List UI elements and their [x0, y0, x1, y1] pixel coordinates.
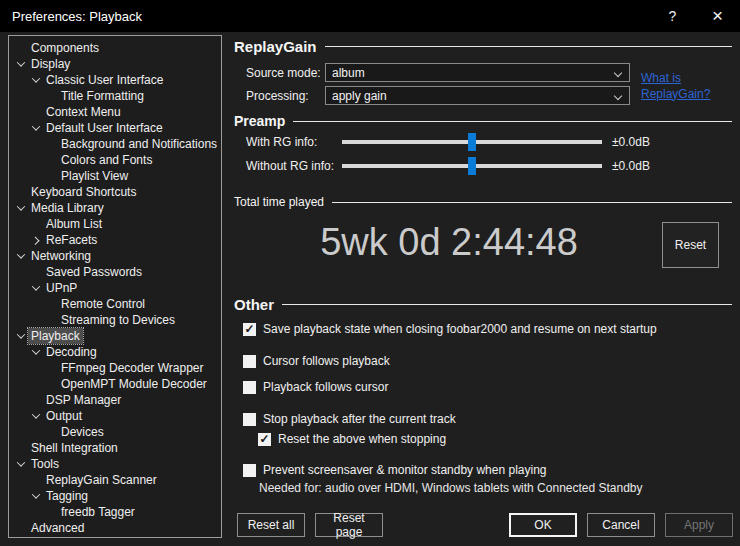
tree-item-playback[interactable]: Playback	[9, 328, 221, 344]
chevron-down-icon[interactable]	[28, 488, 43, 504]
tree-item-saved-passwords[interactable]: Saved Passwords	[9, 264, 221, 280]
preamp-group: Preamp With RG info: ±0.0dB Without RG i…	[234, 113, 732, 175]
slider-thumb[interactable]	[468, 133, 476, 151]
chevron-down-icon[interactable]	[28, 120, 43, 136]
tree-item-advanced[interactable]: Advanced	[9, 520, 221, 536]
chevron-placeholder	[28, 472, 43, 488]
chevron-down-icon[interactable]	[28, 280, 43, 296]
tree-item-label: OpenMPT Module Decoder	[58, 376, 210, 392]
tree-item-classic-user-interface[interactable]: Classic User Interface	[9, 72, 221, 88]
tree-item-replaygain-scanner[interactable]: ReplayGain Scanner	[9, 472, 221, 488]
chevron-placeholder	[43, 88, 58, 104]
chevron-down-icon	[614, 92, 622, 100]
tree-item-label: Album List	[43, 216, 105, 232]
help-button[interactable]: ?	[650, 0, 695, 32]
processing-select[interactable]: apply gain	[325, 86, 630, 105]
tree-item-remote-control[interactable]: Remote Control	[9, 296, 221, 312]
with-rg-info-row: With RG info: ±0.0dB	[246, 133, 732, 151]
tree-item-background-and-notifications[interactable]: Background and Notifications	[9, 136, 221, 152]
chevron-down-icon[interactable]	[28, 344, 43, 360]
tree-item-label: ReFacets	[43, 232, 100, 248]
tree-item-playlist-view[interactable]: Playlist View	[9, 168, 221, 184]
tree-item-output[interactable]: Output	[9, 408, 221, 424]
chevron-down-icon[interactable]	[28, 72, 43, 88]
checkbox-label[interactable]: Stop playback after the current track	[263, 412, 456, 426]
tree-item-label: Title Formatting	[58, 88, 147, 104]
chevron-down-icon[interactable]	[13, 248, 28, 264]
tree-item-context-menu[interactable]: Context Menu	[9, 104, 221, 120]
checkbox-label[interactable]: Reset the above when stopping	[278, 432, 446, 446]
tree-item-label: DSP Manager	[43, 392, 124, 408]
checkbox-row-stop-playback-after-the-current-track[interactable]: Stop playback after the current track	[243, 412, 732, 426]
other-group: Other ✓Save playback state when closing …	[234, 296, 732, 495]
slider-thumb[interactable]	[468, 157, 476, 175]
reset-page-button[interactable]: Reset page	[315, 513, 383, 537]
chevron-right-icon[interactable]	[28, 232, 43, 248]
checkbox-label[interactable]: Cursor follows playback	[263, 354, 390, 368]
tree-item-ffmpeg-decoder-wrapper[interactable]: FFmpeg Decoder Wrapper	[9, 360, 221, 376]
tree-item-label: Default User Interface	[43, 120, 166, 136]
tree-item-upnp[interactable]: UPnP	[9, 280, 221, 296]
without-rg-info-slider[interactable]	[342, 157, 602, 175]
tree-item-label: Context Menu	[43, 104, 124, 120]
title-bar[interactable]: Preferences: Playback ? ×	[0, 0, 740, 32]
tree-item-streaming-to-devices[interactable]: Streaming to Devices	[9, 312, 221, 328]
chevron-placeholder	[28, 216, 43, 232]
tree-item-freedb-tagger[interactable]: freedb Tagger	[9, 504, 221, 520]
tree-item-openmpt-module-decoder[interactable]: OpenMPT Module Decoder	[9, 376, 221, 392]
checkbox-row-save-playback-state-when-closing-foobar2000-and-resume-on-next-startup[interactable]: ✓Save playback state when closing foobar…	[243, 322, 732, 336]
tree-item-tools[interactable]: Tools	[9, 456, 221, 472]
tree-item-dsp-manager[interactable]: DSP Manager	[9, 392, 221, 408]
with-rg-info-slider[interactable]	[342, 133, 602, 151]
checkbox-row-prevent-screensaver-monitor-standby-when-playing[interactable]: Prevent screensaver & monitor standby wh…	[243, 463, 732, 477]
chevron-placeholder	[43, 296, 58, 312]
source-mode-select[interactable]: album	[325, 63, 630, 82]
tree-item-components[interactable]: Components	[9, 40, 221, 56]
chevron-placeholder	[28, 392, 43, 408]
checkbox-row-playback-follows-cursor[interactable]: Playback follows cursor	[243, 380, 732, 394]
checkbox-row-cursor-follows-playback[interactable]: Cursor follows playback	[243, 354, 732, 368]
what-is-replaygain-link[interactable]: What is ReplayGain?	[641, 71, 731, 102]
tree-item-colors-and-fonts[interactable]: Colors and Fonts	[9, 152, 221, 168]
tree-item-label: Streaming to Devices	[58, 312, 178, 328]
tree-item-keyboard-shortcuts[interactable]: Keyboard Shortcuts	[9, 184, 221, 200]
tree-item-tagging[interactable]: Tagging	[9, 488, 221, 504]
checkbox-unchecked[interactable]	[243, 464, 256, 477]
chevron-down-icon[interactable]	[13, 328, 28, 344]
header-rule	[325, 46, 732, 47]
checkbox-label[interactable]: Save playback state when closing foobar2…	[263, 322, 657, 336]
checkbox-checked[interactable]: ✓	[258, 433, 271, 446]
tree-item-networking[interactable]: Networking	[9, 248, 221, 264]
total-time-header: Total time played	[234, 195, 732, 209]
tree-item-album-list[interactable]: Album List	[9, 216, 221, 232]
tree-item-shell-integration[interactable]: Shell Integration	[9, 440, 221, 456]
reset-time-button[interactable]: Reset	[662, 222, 719, 268]
chevron-down-icon[interactable]	[28, 408, 43, 424]
checkbox-unchecked[interactable]	[243, 381, 256, 394]
tree-item-label: Keyboard Shortcuts	[28, 184, 139, 200]
checkbox-unchecked[interactable]	[243, 355, 256, 368]
checkbox-label[interactable]: Prevent screensaver & monitor standby wh…	[263, 463, 546, 477]
tree-item-label: Devices	[58, 424, 107, 440]
reset-all-button[interactable]: Reset all	[237, 513, 305, 537]
tree-item-media-library[interactable]: Media Library	[9, 200, 221, 216]
tree-item-default-user-interface[interactable]: Default User Interface	[9, 120, 221, 136]
checkbox-unchecked[interactable]	[243, 413, 256, 426]
replaygain-group: ReplayGain Source mode: album Processing…	[234, 38, 732, 105]
cancel-button[interactable]: Cancel	[587, 513, 655, 537]
tree-item-title-formatting[interactable]: Title Formatting	[9, 88, 221, 104]
checkbox-checked[interactable]: ✓	[243, 323, 256, 336]
chevron-placeholder	[43, 424, 58, 440]
chevron-down-icon[interactable]	[13, 200, 28, 216]
close-button[interactable]: ×	[695, 0, 740, 32]
checkbox-row-reset-the-above-when-stopping[interactable]: ✓Reset the above when stopping	[258, 432, 732, 446]
apply-button[interactable]: Apply	[665, 513, 733, 537]
tree-item-refacets[interactable]: ReFacets	[9, 232, 221, 248]
tree-item-devices[interactable]: Devices	[9, 424, 221, 440]
tree-item-decoding[interactable]: Decoding	[9, 344, 221, 360]
tree-item-display[interactable]: Display	[9, 56, 221, 72]
chevron-down-icon[interactable]	[13, 56, 28, 72]
ok-button[interactable]: OK	[509, 513, 577, 537]
chevron-down-icon[interactable]	[13, 456, 28, 472]
checkbox-label[interactable]: Playback follows cursor	[263, 380, 388, 394]
